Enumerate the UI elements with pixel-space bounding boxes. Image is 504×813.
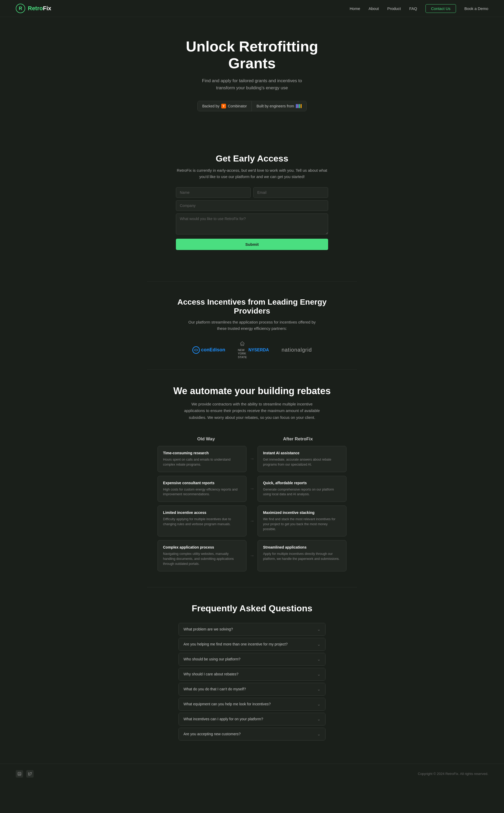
nav-home[interactable]: Home xyxy=(350,6,360,11)
nav-about[interactable]: About xyxy=(369,6,379,11)
logo-icon: R xyxy=(16,4,25,13)
faq-item: Are you helping me find more than one in… xyxy=(179,638,325,651)
old-card-title-3: Complex application process xyxy=(163,545,241,549)
con-ed-icon xyxy=(192,346,200,354)
new-card-desc-3: Apply for multiple incentives directly t… xyxy=(263,552,341,562)
faq-question-7[interactable]: Are you accepting new customers? ⌄ xyxy=(179,728,325,740)
name-input[interactable] xyxy=(176,187,251,198)
new-york-state-icon: NY xyxy=(239,341,246,348)
stripe-logo xyxy=(296,104,302,108)
contact-us-button[interactable]: Contact Us xyxy=(426,4,456,13)
early-access-container: Get Early Access RetroFix is currently i… xyxy=(171,138,333,266)
comparison-rows: Time-consuming research Hours spent on c… xyxy=(157,446,347,572)
svg-point-2 xyxy=(193,346,199,353)
faq-question-3[interactable]: Why should I care about rebates? ⌄ xyxy=(179,668,325,680)
providers-section: Access Incentives from Leading Energy Pr… xyxy=(0,282,504,369)
faq-title: Frequently Asked Questions xyxy=(179,603,325,614)
submit-button[interactable]: Submit xyxy=(176,239,328,250)
comparison-section: Old Way After RetroFix Time-consuming re… xyxy=(152,437,352,572)
early-access-title: Get Early Access xyxy=(176,153,328,164)
faq-question-text-5: What equipment can you help me look for … xyxy=(183,702,271,706)
chevron-down-icon: ⌄ xyxy=(317,687,321,692)
comparison-arrow-1: → xyxy=(246,476,258,502)
faq-question-text-0: What problem are we solving? xyxy=(183,627,233,631)
faq-question-text-4: What do you do that I can't do myself? xyxy=(183,687,246,691)
early-access-description: RetroFix is currently in early-access, b… xyxy=(176,167,328,180)
name-email-row xyxy=(176,187,328,198)
yc-logo: Y xyxy=(221,104,226,108)
old-card-3: Complex application process Navigating c… xyxy=(157,540,246,571)
faq-item: What equipment can you help me look for … xyxy=(179,698,325,711)
new-card-0: Instant AI assistance Get immediate, acc… xyxy=(258,446,347,472)
faq-question-2[interactable]: Who should be using our platform? ⌄ xyxy=(179,653,325,665)
old-card-0: Time-consuming research Hours spent on c… xyxy=(157,446,246,472)
faq-question-6[interactable]: What incentives can I apply for on your … xyxy=(179,713,325,725)
faq-question-text-6: What incentives can I apply for on your … xyxy=(183,717,263,721)
automate-section: We automate your building rebates We pro… xyxy=(0,370,504,426)
provider-logos: conEdison NY NEWYORKSTATE NYSERDA nation… xyxy=(163,341,341,359)
new-card-desc-2: We find and stack the most relevant ince… xyxy=(263,517,341,532)
old-card-desc-1: High costs for custom energy efficiency … xyxy=(163,487,241,497)
use-case-input[interactable] xyxy=(176,213,328,234)
new-card-title-2: Maximized incentive stacking xyxy=(263,511,341,515)
chevron-down-icon: ⌄ xyxy=(317,717,321,722)
faq-question-0[interactable]: What problem are we solving? ⌄ xyxy=(179,623,325,636)
combinator-label: Combinator xyxy=(228,104,247,108)
ny-state-label: NEWYORKSTATE xyxy=(238,348,247,359)
con-ed-logo: conEdison xyxy=(192,346,225,354)
chevron-down-icon: ⌄ xyxy=(317,702,321,707)
faq-question-text-2: Who should be using our platform? xyxy=(183,657,240,661)
chevron-down-icon: ⌄ xyxy=(317,672,321,677)
faq-item: Who should be using our platform? ⌄ xyxy=(179,653,325,666)
automate-title: We automate your building rebates xyxy=(163,385,341,396)
new-card-title-1: Quick, affordable reports xyxy=(263,481,341,485)
new-card-title-3: Streamlined applications xyxy=(263,545,341,549)
faq-item: Are you accepting new customers? ⌄ xyxy=(179,728,325,741)
twitter-icon[interactable] xyxy=(26,770,34,778)
svg-text:NY: NY xyxy=(241,343,243,345)
badge-yc: Backed by Y Combinator xyxy=(198,101,252,111)
book-demo-button[interactable]: Book a Demo xyxy=(464,6,488,11)
faq-container: Frequently Asked Questions What problem … xyxy=(173,588,331,753)
faq-item: What problem are we solving? ⌄ xyxy=(179,623,325,636)
brand-name: RetroFix xyxy=(28,5,51,12)
email-input[interactable] xyxy=(253,187,328,198)
company-input[interactable] xyxy=(176,200,328,211)
comparison-arrow-2: → xyxy=(246,506,258,537)
after-retrofix-label: After RetroFix xyxy=(252,437,344,442)
hero-subtitle: Find and apply for tailored grants and i… xyxy=(197,77,307,91)
automate-container: We automate your building rebates We pro… xyxy=(157,370,347,426)
badge-engineers: Built by engineers from xyxy=(252,101,306,111)
nav-faq[interactable]: FAQ xyxy=(409,6,417,11)
automate-description: We provide contractors with the ability … xyxy=(184,401,320,421)
national-grid-logo: nationalgrid xyxy=(282,347,312,353)
providers-description: Our platform streamlines the application… xyxy=(186,319,318,332)
new-card-desc-0: Get immediate, accurate answers about re… xyxy=(263,457,341,467)
faq-question-5[interactable]: What equipment can you help me look for … xyxy=(179,698,325,710)
faq-item: What do you do that I can't do myself? ⌄ xyxy=(179,683,325,696)
linkedin-icon[interactable] xyxy=(16,770,23,778)
providers-title: Access Incentives from Leading Energy Pr… xyxy=(163,297,341,315)
comparison-row: Limited incentive access Difficulty appl… xyxy=(157,506,347,537)
new-card-2: Maximized incentive stacking We find and… xyxy=(258,506,347,537)
new-card-3: Streamlined applications Apply for multi… xyxy=(258,540,347,571)
footer: Copyright © 2024 RetroFix. All rights re… xyxy=(0,764,504,784)
providers-container: Access Incentives from Leading Energy Pr… xyxy=(157,282,347,369)
old-card-title-2: Limited incentive access xyxy=(163,511,241,515)
comparison-row: Expensive consultant reports High costs … xyxy=(157,476,347,502)
svg-text:R: R xyxy=(19,6,22,11)
faq-question-text-1: Are you helping me find more than one in… xyxy=(183,642,288,646)
new-card-1: Quick, affordable reports Generate compr… xyxy=(258,476,347,502)
faq-question-1[interactable]: Are you helping me find more than one in… xyxy=(179,638,325,651)
faq-item: What incentives can I apply for on your … xyxy=(179,713,325,726)
old-card-desc-2: Difficulty applying for multiple incenti… xyxy=(163,517,241,527)
logo[interactable]: R RetroFix xyxy=(16,4,51,13)
social-links xyxy=(16,770,34,778)
faq-item: Why should I care about rebates? ⌄ xyxy=(179,668,325,681)
comparison-row: Time-consuming research Hours spent on c… xyxy=(157,446,347,472)
faq-question-4[interactable]: What do you do that I can't do myself? ⌄ xyxy=(179,683,325,695)
nav-product[interactable]: Product xyxy=(387,6,401,11)
old-card-2: Limited incentive access Difficulty appl… xyxy=(157,506,246,537)
faq-question-text-3: Why should I care about rebates? xyxy=(183,672,238,676)
old-card-desc-3: Navigating complex utility websites, man… xyxy=(163,552,241,566)
